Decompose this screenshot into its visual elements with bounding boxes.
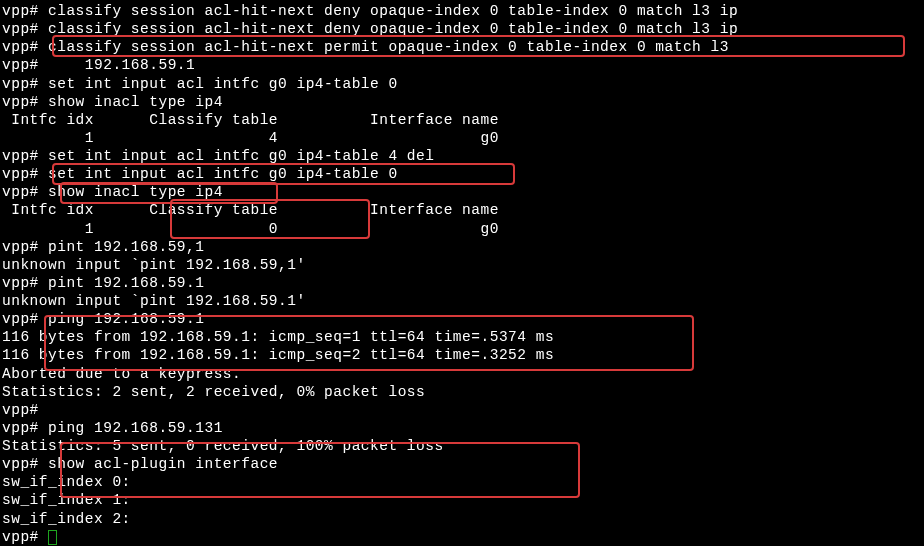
- terminal-text: sw_if_index 2:: [2, 511, 131, 527]
- terminal-line: Statistics: 2 sent, 2 received, 0% packe…: [2, 383, 922, 401]
- terminal-text: sw_if_index 0:: [2, 474, 131, 490]
- terminal-text: vpp# pint 192.168.59,1: [2, 239, 204, 255]
- terminal-text: vpp# classify session acl-hit-next permi…: [2, 39, 738, 55]
- terminal-line: Aborted due to a keypress.: [2, 365, 922, 383]
- terminal-line: 1 4 g0: [2, 129, 922, 147]
- terminal-line: vpp# classify session acl-hit-next permi…: [2, 38, 922, 56]
- terminal-line: vpp#: [2, 528, 922, 546]
- terminal-line: vpp# ping 192.168.59.131: [2, 419, 922, 437]
- terminal-line: vpp#: [2, 401, 922, 419]
- terminal-line: vpp# classify session acl-hit-next deny …: [2, 20, 922, 38]
- terminal-line: unknown input `pint 192.168.59.1': [2, 292, 922, 310]
- terminal-line: vpp# show inacl type ip4: [2, 183, 922, 201]
- terminal-text: vpp# pint 192.168.59.1: [2, 275, 204, 291]
- terminal-line: vpp# set int input acl intfc g0 ip4-tabl…: [2, 75, 922, 93]
- terminal-text: 1 0 g0: [2, 221, 499, 237]
- terminal-text: unknown input `pint 192.168.59.1': [2, 293, 306, 309]
- terminal-text: vpp# ping 192.168.59.131: [2, 420, 223, 436]
- terminal-text: Statistics: 5 sent, 0 received, 100% pac…: [2, 438, 444, 454]
- terminal-line: sw_if_index 0:: [2, 473, 922, 491]
- terminal-line: 116 bytes from 192.168.59.1: icmp_seq=1 …: [2, 328, 922, 346]
- terminal-text: vpp# show acl-plugin interface: [2, 456, 278, 472]
- terminal-line: Intfc idx Classify table Interface name: [2, 201, 922, 219]
- terminal-line: vpp# pint 192.168.59,1: [2, 238, 922, 256]
- terminal-line: vpp# set int input acl intfc g0 ip4-tabl…: [2, 147, 922, 165]
- terminal-text: Aborted due to a keypress.: [2, 366, 241, 382]
- terminal-text: vpp# show inacl type ip4: [2, 94, 223, 110]
- terminal-text: Intfc idx Classify table Interface name: [2, 202, 499, 218]
- terminal-text: vpp# classify session acl-hit-next deny …: [2, 21, 738, 37]
- terminal-output[interactable]: vpp# classify session acl-hit-next deny …: [2, 2, 922, 546]
- terminal-text: vpp# set int input acl intfc g0 ip4-tabl…: [2, 166, 398, 182]
- terminal-text: vpp# show inacl type ip4: [2, 184, 223, 200]
- terminal-line: sw_if_index 1:: [2, 491, 922, 509]
- terminal-text: sw_if_index 1:: [2, 492, 131, 508]
- terminal-line: vpp# show inacl type ip4: [2, 93, 922, 111]
- terminal-text: vpp# 192.168.59.1: [2, 57, 195, 73]
- terminal-line: vpp# ping 192.168.59.1: [2, 310, 922, 328]
- terminal-line: unknown input `pint 192.168.59,1': [2, 256, 922, 274]
- cursor: [48, 530, 57, 545]
- terminal-text: vpp#: [2, 402, 39, 418]
- terminal-text: vpp# set int input acl intfc g0 ip4-tabl…: [2, 148, 434, 164]
- terminal-line: 1 0 g0: [2, 220, 922, 238]
- terminal-line: 116 bytes from 192.168.59.1: icmp_seq=2 …: [2, 346, 922, 364]
- terminal-text: Statistics: 2 sent, 2 received, 0% packe…: [2, 384, 425, 400]
- terminal-line: sw_if_index 2:: [2, 510, 922, 528]
- terminal-text: vpp# set int input acl intfc g0 ip4-tabl…: [2, 76, 398, 92]
- terminal-text: unknown input `pint 192.168.59,1': [2, 257, 306, 273]
- terminal-text: 116 bytes from 192.168.59.1: icmp_seq=2 …: [2, 347, 554, 363]
- terminal-line: vpp# set int input acl intfc g0 ip4-tabl…: [2, 165, 922, 183]
- terminal-text: 116 bytes from 192.168.59.1: icmp_seq=1 …: [2, 329, 554, 345]
- terminal-text: vpp# ping 192.168.59.1: [2, 311, 204, 327]
- terminal-text: vpp#: [2, 529, 48, 545]
- terminal-line: Intfc idx Classify table Interface name: [2, 111, 922, 129]
- terminal-text: Intfc idx Classify table Interface name: [2, 112, 499, 128]
- terminal-line: vpp# show acl-plugin interface: [2, 455, 922, 473]
- terminal-text: vpp# classify session acl-hit-next deny …: [2, 3, 738, 19]
- terminal-line: vpp# classify session acl-hit-next deny …: [2, 2, 922, 20]
- terminal-line: Statistics: 5 sent, 0 received, 100% pac…: [2, 437, 922, 455]
- terminal-line: vpp# pint 192.168.59.1: [2, 274, 922, 292]
- terminal-line: vpp# 192.168.59.1: [2, 56, 922, 74]
- terminal-text: 1 4 g0: [2, 130, 499, 146]
